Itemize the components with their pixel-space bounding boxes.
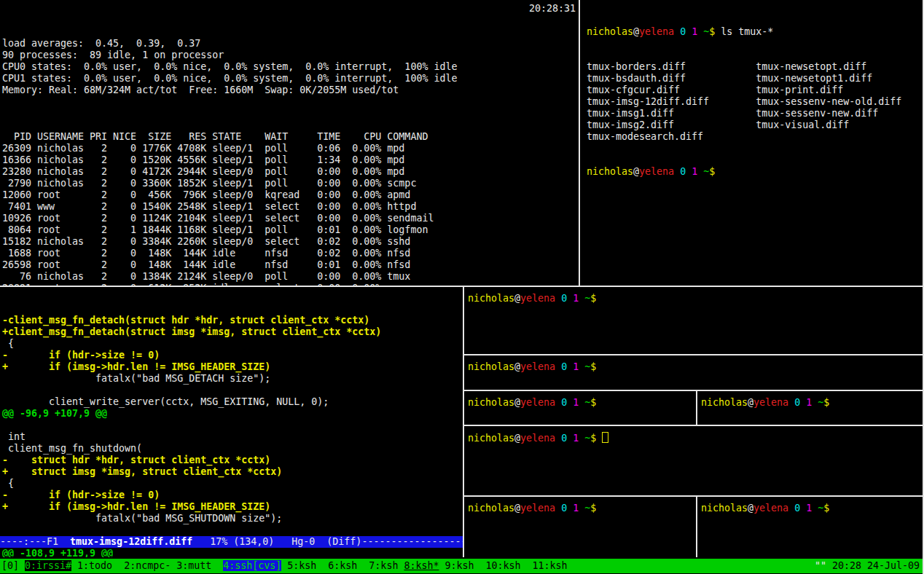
prompt-user: nicholas <box>468 361 514 372</box>
prompt-jobs: 0 <box>561 361 567 372</box>
prompt-history: 1 <box>573 293 579 304</box>
prompt-user: nicholas <box>468 433 514 444</box>
top-clock: 20:28:31 <box>529 3 576 15</box>
prompt-host: yelena <box>520 293 555 304</box>
shell-prompt-line: nicholas@yelena 0 1 ~$ ls tmux-* <box>587 26 923 38</box>
window-entry[interactable]: 9:ksh 10:ksh 11:ksh <box>439 560 567 571</box>
shell-prompt: nicholas@yelena 0 1 ~$ <box>701 503 829 514</box>
shell-prompt: nicholas@yelena 0 1 ~$ <box>468 293 596 304</box>
prompt-host: yelena <box>520 361 555 372</box>
prompt-cwd: ~ <box>703 166 709 177</box>
diff-line-ctx: client_write_server(cctx, MSG_EXITING, N… <box>2 396 463 408</box>
prompt-symbol: $ <box>823 503 829 514</box>
prompt-symbol: $ <box>823 397 829 408</box>
window-entry[interactable]: 0:irssi# <box>25 560 71 571</box>
window-entry[interactable]: [0] <box>1 560 25 571</box>
shell-prompt: nicholas@yelena 0 1 ~$ <box>701 397 829 408</box>
pane-process-monitor[interactable]: 20:28:31 load averages: 0.45, 0.39, 0.37… <box>0 0 579 286</box>
pane-shell-4[interactable]: nicholas@yelena 0 1 ~$ <box>697 391 923 425</box>
prompt-cwd: ~ <box>584 503 590 514</box>
prompt-jobs: 0 <box>561 397 567 408</box>
pane-border-right-h2 <box>464 390 924 391</box>
at-sign: @ <box>633 166 639 177</box>
diff-line-ctx: fatalx("bad MSG_SHUTDOWN size"); <box>2 513 463 524</box>
window-entry[interactable]: 4:ssh[cvs] <box>223 560 281 571</box>
shell-prompt: nicholas@yelena 0 1 ~$ <box>587 166 715 177</box>
at-sign: @ <box>514 433 520 444</box>
buffer-name: tmux-imsg-12diff.diff <box>70 536 192 547</box>
pane-emacs-diff[interactable]: -client_msg_fn_detach(struct hdr *hdr, s… <box>0 287 463 557</box>
status-clock-date: 20:28 24-Jul-09 <box>826 560 920 571</box>
diff-line-del: - if (hdr->size != 0) <box>2 350 463 361</box>
prompt-history: 1 <box>692 166 697 177</box>
at-sign: @ <box>748 397 753 408</box>
prompt-host: yelena <box>753 503 788 514</box>
at-sign: @ <box>514 503 520 514</box>
pane-border-top-vertical <box>579 0 580 286</box>
ls-output: tmux-borders.diff tmux-newsetopt.diff tm… <box>587 61 923 143</box>
pane-shell-ls[interactable]: nicholas@yelena 0 1 ~$ ls tmux-* tmux-bo… <box>580 0 923 286</box>
pane-shell-6[interactable]: nicholas@yelena 0 1 ~$ <box>697 497 923 557</box>
diff-line-hunk: @@ -96,9 +107,9 @@ <box>2 408 463 420</box>
pane-border-bottom-vertical <box>463 287 464 557</box>
shell-prompt: nicholas@yelena 0 1 ~$ <box>468 397 596 408</box>
prompt-user: nicholas <box>701 397 748 408</box>
xterm-tmux-screen: { "colors": { "foreground": "#e8e8e8", "… <box>0 0 924 574</box>
diff-line-add: + struct imsg *imsg, struct client_ctx *… <box>2 466 463 478</box>
diff-line-blank <box>2 385 463 396</box>
diff-line-blank <box>2 524 463 536</box>
prompt-jobs: 0 <box>680 26 686 37</box>
pane-shell-2[interactable]: nicholas@yelena 0 1 ~$ <box>464 355 923 390</box>
prompt-host: yelena <box>520 503 555 514</box>
diff-line-ctx: fatalx("bad MSG_DETACH size"); <box>2 373 463 385</box>
tmux-status-bar: [0] 0:irssi# 1:todo 2:ncmpc- 3:mutt 4:ss… <box>0 559 924 573</box>
mode-line-info: 17% (134,0) Hg-0 (Diff) <box>192 536 361 547</box>
mode-line-prefix: ----:---F1 <box>0 536 70 547</box>
prompt-user: nicholas <box>587 166 633 177</box>
prompt-history: 1 <box>692 26 697 37</box>
prompt-history: 1 <box>573 361 579 372</box>
prompt-user: nicholas <box>468 397 514 408</box>
prompt-host: yelena <box>639 166 674 177</box>
prompt-jobs: 0 <box>794 397 800 408</box>
prompt-cwd: ~ <box>584 361 590 372</box>
pane-shell-active[interactable]: nicholas@yelena 0 1 ~$ <box>464 426 923 495</box>
prompt-symbol: $ <box>590 433 596 444</box>
prompt-jobs: 0 <box>680 166 686 177</box>
prompt-jobs: 0 <box>794 503 800 514</box>
pane-border-right-h4 <box>464 495 924 497</box>
window-entry[interactable]: 8:ksh* <box>404 560 439 571</box>
shell-prompt: nicholas@yelena 0 1 ~$ <box>468 503 596 514</box>
status-right: "" 20:28 24-Jul-09 <box>815 559 920 573</box>
prompt-cwd: ~ <box>584 293 590 304</box>
pane-shell-3[interactable]: nicholas@yelena 0 1 ~$ <box>464 391 696 425</box>
process-table: PID USERNAME PRI NICE SIZE RES STATE WAI… <box>2 131 579 286</box>
prompt-cwd: ~ <box>584 433 590 444</box>
prompt-host: yelena <box>520 433 555 444</box>
prompt-user: nicholas <box>468 293 514 304</box>
prompt-jobs: 0 <box>561 433 567 444</box>
diff-line-add: + if (imsg->hdr.len != IMSG_HEADER_SIZE) <box>2 501 463 513</box>
status-session-title: "" <box>815 560 826 571</box>
diff-line-blank <box>2 420 463 431</box>
top-summary: load averages: 0.45, 0.39, 0.37 90 proce… <box>2 38 579 96</box>
diff-line-del: -client_msg_fn_detach(struct hdr *hdr, s… <box>2 315 463 326</box>
at-sign: @ <box>514 361 520 372</box>
window-entry[interactable]: 1:todo 2:ncmpc- 3:mutt <box>71 560 223 571</box>
window-list[interactable]: [0] 0:irssi# 1:todo 2:ncmpc- 3:mutt 4:ss… <box>1 559 568 573</box>
window-entry[interactable]: 5:ksh 6:ksh 7:ksh <box>281 560 404 571</box>
at-sign: @ <box>514 397 520 408</box>
prompt-cwd: ~ <box>818 503 823 514</box>
pane-border-right-h3 <box>464 425 924 426</box>
pane-shell-1[interactable]: nicholas@yelena 0 1 ~$ <box>464 287 923 354</box>
shell-prompt: nicholas@yelena 0 1 ~$ ls tmux-* <box>587 26 773 37</box>
prompt-user: nicholas <box>587 26 633 37</box>
prompt-user: nicholas <box>468 503 514 514</box>
pane-shell-5[interactable]: nicholas@yelena 0 1 ~$ <box>464 497 696 557</box>
diff-content: -client_msg_fn_detach(struct hdr *hdr, s… <box>2 315 463 557</box>
prompt-history: 1 <box>573 503 579 514</box>
prompt-symbol: $ <box>709 166 715 177</box>
shell-prompt: nicholas@yelena 0 1 ~$ <box>468 361 596 372</box>
prompt-cwd: ~ <box>818 397 823 408</box>
pane-border-right-h1 <box>464 354 924 355</box>
